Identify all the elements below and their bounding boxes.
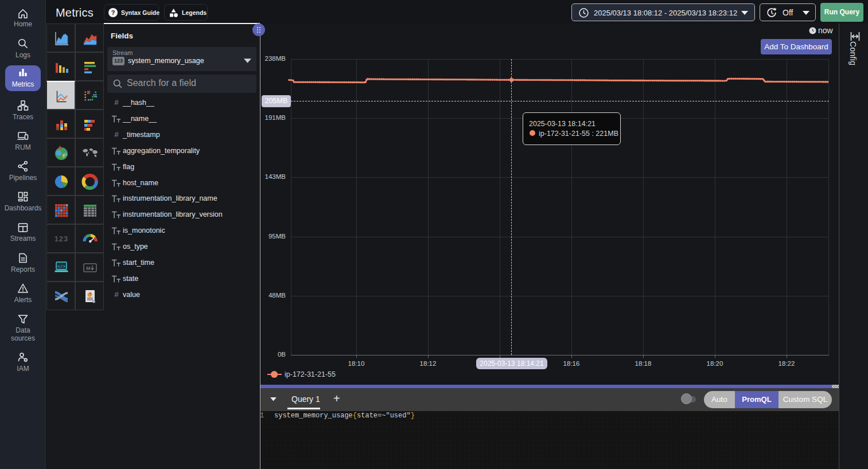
svg-text:?: ?	[111, 9, 115, 16]
svg-text:M: M	[86, 265, 91, 271]
svg-text:</>: </>	[57, 264, 66, 269]
